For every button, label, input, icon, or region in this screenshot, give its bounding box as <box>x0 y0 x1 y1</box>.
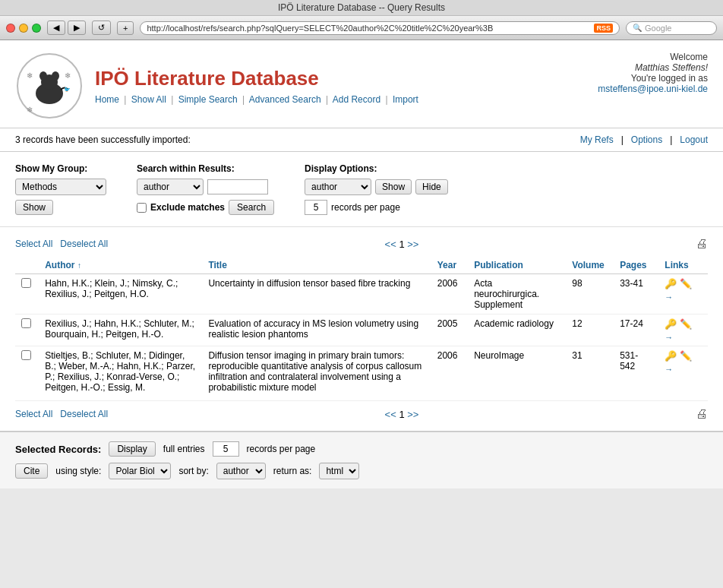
selected-records-label: Selected Records: <box>15 444 101 455</box>
col-header-publication[interactable]: Publication <box>468 257 566 274</box>
bottom-controls: Selected Records: Display full entries r… <box>0 431 723 488</box>
col-header-links[interactable]: Links <box>658 257 708 274</box>
print-icon-bottom[interactable]: 🖨 <box>696 407 708 421</box>
search-within-button[interactable]: Search <box>229 200 274 215</box>
results-nav-bottom: Select All Deselect All << 1 >> 🖨 <box>15 400 708 427</box>
full-entries-label: full entries <box>163 444 205 454</box>
header-right: Welcome Matthias Steffens! You're logged… <box>598 52 708 94</box>
import-message: 3 records have been successfully importe… <box>15 134 191 145</box>
row-checkbox-cell-0 <box>15 274 39 315</box>
search-field-select[interactable]: author title year publication keywords <box>137 179 204 195</box>
nav-buttons: ◀ ▶ <box>47 21 86 35</box>
reload-button[interactable]: ↺ <box>92 21 111 35</box>
bottom-records-per-page[interactable] <box>213 441 239 457</box>
edit-icon-1[interactable]: ✏️ <box>680 318 692 330</box>
search-within-control: Search within Results: author title year… <box>137 163 274 215</box>
row-checkbox-cell-1 <box>15 315 39 346</box>
arrow-icon-2[interactable]: → <box>665 365 673 374</box>
svg-text:🐦: 🐦 <box>64 86 71 93</box>
cite-button[interactable]: Cite <box>15 463 48 479</box>
display-field-select[interactable]: author title year publication <box>305 179 371 195</box>
options-link[interactable]: Options <box>631 134 662 145</box>
nav-show-all[interactable]: Show All <box>131 94 166 105</box>
key-icon-1[interactable]: 🔑 <box>665 318 677 330</box>
display-button[interactable]: Display <box>109 441 155 457</box>
prev-page-link-bottom[interactable]: << <box>385 409 399 420</box>
close-button[interactable] <box>6 24 15 33</box>
nav-home[interactable]: Home <box>95 94 119 105</box>
select-all-link-bottom[interactable]: Select All <box>15 409 52 419</box>
col-header-title[interactable]: Title <box>202 257 431 274</box>
header-left: ❄ ❄ ❄ 🐦 IPÖ Literature Database <box>15 52 418 120</box>
search-within-row: author title year publication keywords <box>137 179 274 195</box>
row-links-0: 🔑 ✏️ → <box>658 274 708 315</box>
user-email[interactable]: msteffens@ipoe.uni-kiel.de <box>598 84 708 94</box>
window-title: IPÖ Literature Database -- Query Results <box>278 2 445 13</box>
select-all-link[interactable]: Select All <box>15 239 52 249</box>
next-page-link-bottom[interactable]: >> <box>407 409 418 420</box>
nav-simple-search[interactable]: Simple Search <box>178 94 238 105</box>
nav-import[interactable]: Import <box>393 94 418 105</box>
sort-select[interactable]: author title year <box>216 463 266 479</box>
col-header-volume[interactable]: Volume <box>566 257 614 274</box>
my-refs-link[interactable]: My Refs <box>580 134 614 145</box>
col-header-author[interactable]: Author ↑ <box>39 257 202 274</box>
logout-link[interactable]: Logout <box>680 134 708 145</box>
nav-add-record[interactable]: Add Record <box>333 94 380 105</box>
edit-icon-0[interactable]: ✏️ <box>680 278 692 289</box>
main-content: ❄ ❄ ❄ 🐦 IPÖ Literature Database <box>0 40 723 488</box>
show-group-control: Show My Group: Methods All Groups Show <box>15 163 106 215</box>
display-show-button[interactable]: Show <box>375 179 412 194</box>
address-url: http://localhost/refs/search.php?sqlQuer… <box>147 24 591 33</box>
style-select[interactable]: Polar Biol APA Chicago MLA <box>109 463 171 479</box>
display-hide-button[interactable]: Hide <box>415 179 448 194</box>
row-year-0: 2006 <box>431 274 468 315</box>
address-bar[interactable]: http://localhost/refs/search.php?sqlQuer… <box>140 21 620 35</box>
group-select[interactable]: Methods All Groups <box>15 179 106 195</box>
arrow-icon-0[interactable]: → <box>665 292 673 302</box>
welcome-label: Welcome <box>598 52 708 62</box>
traffic-lights <box>6 24 41 33</box>
maximize-button[interactable] <box>32 24 41 33</box>
next-page-link[interactable]: >> <box>407 239 418 250</box>
row-checkbox-2[interactable] <box>21 350 31 360</box>
browser-search-bar[interactable]: 🔍 Google <box>626 21 717 35</box>
svg-point-6 <box>39 71 47 81</box>
prev-page-link[interactable]: << <box>385 239 399 250</box>
show-group-button[interactable]: Show <box>15 200 53 215</box>
back-button[interactable]: ◀ <box>47 21 65 35</box>
show-group-label: Show My Group: <box>15 163 106 174</box>
nav-advanced-search[interactable]: Advanced Search <box>249 94 321 105</box>
arrow-icon-1[interactable]: → <box>665 333 673 342</box>
rss-badge[interactable]: RSS <box>594 24 613 33</box>
new-tab-button[interactable]: + <box>117 21 134 35</box>
row-links-2: 🔑 ✏️ → <box>658 346 708 397</box>
select-links: Select All Deselect All <box>15 239 108 249</box>
svg-text:❄: ❄ <box>27 106 33 114</box>
records-per-page-label: records per page <box>331 202 400 213</box>
row-author-0: Hahn, H.K.; Klein, J.; Nimsky, C.; Rexil… <box>39 274 202 315</box>
key-icon-0[interactable]: 🔑 <box>665 278 677 289</box>
records-per-page-input[interactable] <box>305 200 327 215</box>
search-within-label: Search within Results: <box>137 163 274 174</box>
row-checkbox-1[interactable] <box>21 318 31 328</box>
exclude-matches-checkbox[interactable] <box>137 203 147 213</box>
col-header-year[interactable]: Year <box>431 257 468 274</box>
row-volume-2: 31 <box>566 346 614 397</box>
print-icon[interactable]: 🖨 <box>696 237 708 251</box>
minimize-button[interactable] <box>19 24 28 33</box>
format-select[interactable]: html pdf rtf <box>319 463 359 479</box>
edit-icon-2[interactable]: ✏️ <box>680 350 692 362</box>
controls-section: Show My Group: Methods All Groups Show S… <box>0 152 723 227</box>
row-checkbox-0[interactable] <box>21 278 31 288</box>
deselect-all-link-bottom[interactable]: Deselect All <box>60 409 108 419</box>
page-title: IPÖ Literature Database <box>95 67 418 90</box>
forward-button[interactable]: ▶ <box>68 21 86 35</box>
deselect-all-link[interactable]: Deselect All <box>60 239 108 249</box>
key-icon-2[interactable]: 🔑 <box>665 350 677 362</box>
select-links-bottom: Select All Deselect All <box>15 409 108 419</box>
results-nav-top: Select All Deselect All << 1 >> 🖨 <box>15 231 708 257</box>
col-header-pages[interactable]: Pages <box>614 257 658 274</box>
svg-point-7 <box>52 71 59 81</box>
search-within-input[interactable] <box>207 179 268 194</box>
